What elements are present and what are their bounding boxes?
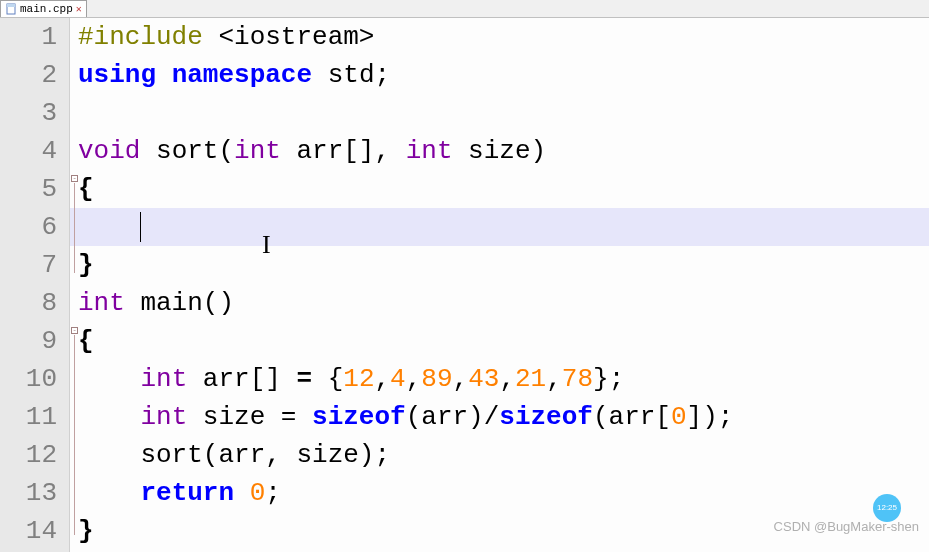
line-number: 4: [0, 132, 57, 170]
line-number: 12: [0, 436, 57, 474]
line-number-gutter: 1 2 3 4 5 6 7 8 9 10 11 12 13 14: [0, 18, 70, 552]
line-number: 2: [0, 56, 57, 94]
code-line[interactable]: {: [70, 322, 929, 360]
tab-bar: main.cpp ✕: [0, 0, 929, 18]
code-line[interactable]: {: [70, 170, 929, 208]
code-line[interactable]: void sort(int arr[], int size): [70, 132, 929, 170]
code-line[interactable]: [70, 94, 929, 132]
line-number: 1: [0, 18, 57, 56]
fold-toggle-icon[interactable]: -: [71, 327, 78, 334]
fold-toggle-icon[interactable]: -: [71, 175, 78, 182]
close-icon[interactable]: ✕: [76, 3, 82, 15]
code-line-current[interactable]: [70, 208, 929, 246]
line-number: 14: [0, 512, 57, 550]
code-line[interactable]: using namespace std;: [70, 56, 929, 94]
code-editor[interactable]: 1 2 3 4 5 6 7 8 9 10 11 12 13 14 - - #in…: [0, 18, 929, 552]
line-number: 9: [0, 322, 57, 360]
file-tab[interactable]: main.cpp ✕: [0, 0, 87, 17]
fold-column: - -: [70, 18, 78, 552]
code-line[interactable]: int main(): [70, 284, 929, 322]
watermark-text: CSDN @BugMaker-shen: [774, 508, 919, 546]
text-caret: [140, 212, 141, 242]
line-number: 6: [0, 208, 57, 246]
line-number: 13: [0, 474, 57, 512]
file-icon: [5, 3, 17, 15]
svg-rect-1: [7, 4, 15, 7]
line-number: 11: [0, 398, 57, 436]
line-number: 5: [0, 170, 57, 208]
line-number: 10: [0, 360, 57, 398]
code-content[interactable]: - - #include <iostream> using namespace …: [70, 18, 929, 552]
fold-guide: [74, 183, 75, 273]
line-number: 7: [0, 246, 57, 284]
line-number: 8: [0, 284, 57, 322]
fold-guide: [74, 335, 75, 535]
code-line[interactable]: int arr[] = {12,4,89,43,21,78};: [70, 360, 929, 398]
code-line[interactable]: #include <iostream>: [70, 18, 929, 56]
code-line[interactable]: sort(arr, size);: [70, 436, 929, 474]
code-line[interactable]: int size = sizeof(arr)/sizeof(arr[0]);: [70, 398, 929, 436]
code-line[interactable]: return 0;: [70, 474, 929, 512]
code-line[interactable]: }: [70, 246, 929, 284]
mouse-cursor-icon: I: [262, 226, 271, 264]
tab-filename: main.cpp: [20, 3, 73, 15]
line-number: 3: [0, 94, 57, 132]
